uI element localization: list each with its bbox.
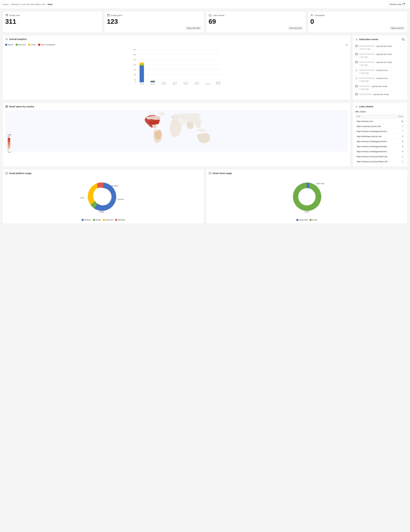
- map-legend-high: High: [8, 134, 11, 136]
- link-clicks-cell: 7: [396, 124, 405, 129]
- map-legend: High 32 0 Low: [8, 134, 11, 153]
- table-row: https://developer.notocat.com/6: [355, 134, 405, 139]
- map-panel: Email opens by country: [2, 103, 351, 167]
- stat-card-email-opens: Email opens 123 Open rate 39%: [104, 11, 204, 33]
- svg-text:Oct 6: Oct 6: [162, 83, 166, 85]
- client-donut: Apple Mail Gmail: [209, 178, 405, 216]
- svg-text:Oct 10: Oct 10: [205, 83, 210, 85]
- email-opens-header: Email opens: [107, 14, 202, 17]
- svg-rect-19: [140, 66, 144, 82]
- svg-text:Unknown: Unknown: [80, 197, 84, 199]
- event-item: opened the email 1 day ago: [355, 51, 405, 59]
- breadcrumb-sep-2: ›: [46, 3, 47, 6]
- svg-text:Oct 7: Oct 7: [173, 83, 177, 85]
- svg-rect-23: [150, 81, 155, 82]
- event-email-placeholder: [359, 69, 375, 71]
- map-container: High 32 0 Low: [5, 111, 348, 155]
- svg-text:Apple Mail: Apple Mail: [316, 183, 324, 184]
- link-url-cell: https://roadmap.notocat.com/: [355, 124, 396, 129]
- legend-clicks-label: Clicks: [31, 44, 36, 46]
- map-legend-high-value: 32: [8, 136, 11, 138]
- link-url-cell: https://notocat.com/unsub?token=QT...: [355, 159, 396, 164]
- mail-icon: [107, 14, 110, 17]
- platform-title: Email platform usage: [5, 172, 201, 175]
- link-clicks-cell: 6: [396, 149, 405, 154]
- legend-apple-mail-dot: [296, 219, 298, 221]
- legend-bounces-label: Bounces: [18, 44, 26, 46]
- mail-event-icon: [355, 85, 358, 88]
- emails-sent-header: Emails sent: [5, 14, 100, 17]
- legend-spam: Spam complaints: [38, 43, 55, 46]
- client-usage-panel: Email client usage Apple Mail Gmail: [206, 169, 408, 224]
- svg-rect-28: [162, 82, 166, 82]
- breadcrumb-notocat[interactable]: Notocat 2 is out now! See what's new: [11, 3, 45, 6]
- breadcrumb: Issues › Notocat 2 is out now! See what'…: [2, 3, 53, 6]
- link-clicks-cell: 6: [396, 139, 405, 144]
- stats-row: Emails sent 311 Email opens 123 Open rat…: [2, 11, 408, 33]
- svg-rect-49: [6, 172, 8, 174]
- link-clicks-cell: 16: [396, 119, 405, 124]
- svg-rect-21: [140, 63, 144, 65]
- legend-apple-mail: Apple Mail: [296, 219, 308, 221]
- table-row: https://notocat.com/blog/posts/notoc...7: [355, 129, 405, 134]
- refresh-label: Refresh stats: [390, 3, 402, 6]
- svg-text:60: 60: [134, 74, 136, 76]
- download-btn[interactable]: [345, 43, 348, 46]
- email-opens-value: 123: [107, 18, 202, 25]
- legend-webmail: WebMail: [115, 219, 125, 221]
- emails-sent-value: 311: [5, 18, 100, 25]
- breadcrumb-sep-1: ›: [9, 3, 10, 6]
- link-clicks-cell: 7: [396, 129, 405, 134]
- platform-donut-svg: WebMail Unknown Desktop Mobile: [80, 178, 127, 216]
- table-row: https://notocat.com/blog/posts/settin...…: [355, 144, 405, 149]
- table-row: https://notocat.com/16: [355, 119, 405, 124]
- event-email-placeholder: [359, 53, 375, 55]
- links-clicked-header: Links clicked: [209, 14, 303, 17]
- table-row: https://roadmap.notocat.com/7: [355, 124, 405, 129]
- mail-event-icon: [355, 53, 358, 56]
- svg-text:180: 180: [133, 54, 136, 56]
- links-clicked-title: Links clicked: [355, 105, 405, 108]
- event-item: opened the email 2 days ago: [355, 84, 405, 92]
- globe-icon: [5, 105, 8, 108]
- client-donut-svg: Apple Mail Gmail: [283, 178, 330, 216]
- svg-rect-20: [140, 65, 144, 66]
- links-clicked-panel: Links clicked URL Clicks URL Clicks http…: [352, 103, 408, 167]
- svg-text:90: 90: [134, 69, 136, 71]
- stat-card-links-clicked: Links clicked 69 Click rate 22%: [206, 11, 306, 33]
- eye-off-icon[interactable]: [402, 38, 405, 41]
- chart-icon: [5, 38, 8, 41]
- top-bar: Issues › Notocat 2 is out now! See what'…: [0, 0, 410, 9]
- svg-text:Oct 8: Oct 8: [184, 83, 188, 85]
- click-event-icon: [355, 69, 358, 72]
- link-url-cell: https://notocat.com/: [355, 119, 396, 124]
- svg-rect-32: [184, 82, 188, 82]
- analytics-panel: Overall analytics Opens Bounces Clicks: [2, 35, 351, 100]
- event-list: opened the email 16 hours ago opened the…: [355, 43, 405, 97]
- refresh-button[interactable]: Refresh stats: [387, 1, 408, 7]
- svg-text:210: 210: [133, 49, 136, 50]
- table-row: https://notocat.com/blog/posts/how-t...6: [355, 139, 405, 144]
- svg-point-48: [356, 106, 357, 107]
- event-email-placeholder: [359, 86, 370, 87]
- legend-mobile-dot: [93, 219, 95, 221]
- svg-rect-30: [173, 82, 177, 82]
- stat-card-complaints: Complaints 0 Spam rate 0%: [308, 11, 408, 33]
- platform-row: Email platform usage WebMail: [2, 169, 408, 224]
- complaints-label: Complaints: [315, 14, 325, 17]
- link-clicks-cell: 1: [396, 154, 405, 159]
- chart-legend: Opens Bounces Clicks Spam complaints: [5, 43, 348, 46]
- svg-text:120: 120: [133, 64, 136, 66]
- person-icon: [310, 14, 313, 17]
- table-row: https://notocat.com/unsub?token=pk...1: [355, 154, 405, 159]
- platform-usage-panel: Email platform usage WebMail: [2, 169, 204, 224]
- legend-webmail-dot: [115, 219, 117, 221]
- legend-clicks: Clicks: [28, 43, 36, 46]
- links-clicked-label: Links clicked: [213, 14, 224, 17]
- main-content: Emails sent 311 Email opens 123 Open rat…: [0, 9, 410, 229]
- table-row: https://notocat.com/blog/posts/how-t...6: [355, 149, 405, 154]
- breadcrumb-issues[interactable]: Issues: [2, 3, 9, 6]
- open-rate-badge: Open rate 39%: [186, 27, 201, 30]
- complaints-header: Complaints: [310, 14, 405, 17]
- event-email-placeholder: [359, 45, 375, 47]
